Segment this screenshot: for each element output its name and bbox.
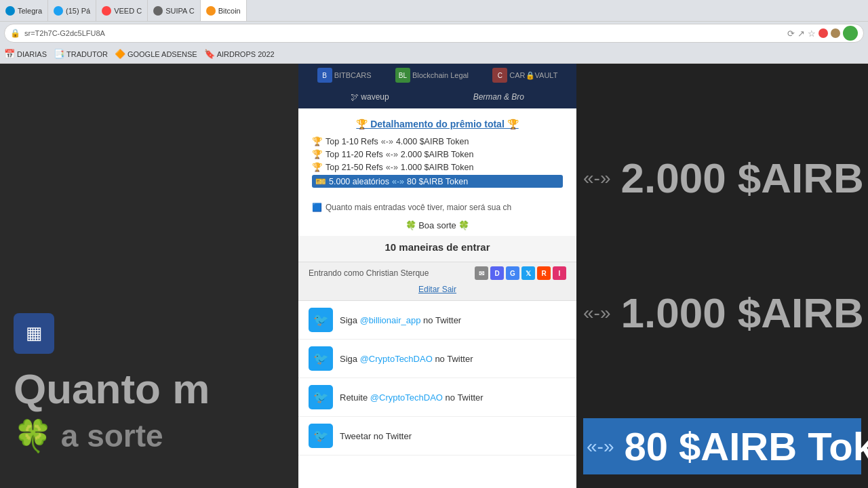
- login-bar: Entrando como Christian Sterque ✉ D G 𝕏 …: [298, 262, 576, 301]
- bookmark-star-icon[interactable]: ☆: [808, 28, 816, 39]
- right-text-2: 2.000 $AIRB Toke: [620, 154, 868, 202]
- address-bar-icons: ⟳ ↗ ☆: [787, 26, 858, 41]
- browser-tabs: Telegra (15) Pá VEED C SUIPA C Bitcoin: [0, 0, 868, 22]
- prize-arrow-2: «-»: [386, 150, 398, 159]
- prize-section: 🏆 Detalhamento do prêmio total 🏆 🏆 Top 1…: [298, 108, 576, 197]
- twitter-bird-icon-1: 🐦: [313, 312, 328, 327]
- tab-veed-label: VEED C: [114, 7, 142, 15]
- twitter-social-icon[interactable]: 𝕏: [521, 266, 535, 280]
- bookmark-airdrops[interactable]: 🔖 AIRDROPS 2022: [204, 49, 275, 59]
- discord-social-icon[interactable]: D: [490, 266, 504, 280]
- prize-amount-1: 4.000 $AIRB Token: [396, 137, 469, 146]
- twitter-link-1[interactable]: @billionair_app: [360, 315, 421, 325]
- bookmark-tradutor[interactable]: 📑 TRADUTOR: [54, 49, 108, 59]
- suipa-icon: [153, 6, 163, 16]
- prize-row-1: 🏆 Top 1-10 Refs «-» 4.000 $AIRB Token: [312, 136, 563, 146]
- twitter-action-4: 🐦 Tweetar no Twitter: [298, 417, 576, 455]
- bookmarks-bar: 📅 DIARIAS 📑 TRADUTOR 🔶 GOOGLE ADSENSE 🔖 …: [0, 45, 868, 64]
- prize-emoji-4: 🎫: [315, 176, 326, 186]
- info-icon: 🟦: [312, 203, 322, 212]
- prize-emoji-2: 🏆: [312, 149, 323, 159]
- tab-twitter[interactable]: (15) Pá: [48, 0, 96, 21]
- tab-suipa[interactable]: SUIPA C: [148, 0, 201, 21]
- prize-emoji-3: 🏆: [312, 162, 323, 172]
- left-sub-text: 🍀 a sorte: [14, 418, 288, 454]
- twitter-btn-2[interactable]: 🐦: [309, 346, 333, 371]
- right-line-3: «-» 1.000 $AIRB Toke: [583, 283, 861, 342]
- entries-section: 10 maneiras de entrar: [298, 236, 576, 262]
- twitter-link-2[interactable]: @CryptoTechDAO: [360, 354, 433, 364]
- waveup-label: 🕊 waveup: [351, 92, 389, 102]
- right-line-4-highlighted: «-» 80 $AIRB Toke: [583, 418, 861, 474]
- tab-veed[interactable]: VEED C: [96, 0, 148, 21]
- right-text-4: 80 $AIRB Toke: [624, 424, 868, 469]
- right-line-2: «-» 2.000 $AIRB Toke: [583, 148, 861, 207]
- twitter-text-3: Retuite @CryptoTechDAO no Twitter: [340, 392, 484, 403]
- secure-icon: 🔒: [10, 28, 20, 38]
- reload-icon[interactable]: ⟳: [787, 28, 795, 39]
- tradutor-icon: 📑: [54, 49, 64, 59]
- prize-amount-2: 2.000 $AIRB Token: [401, 150, 473, 159]
- twitter-btn-1[interactable]: 🐦: [309, 308, 333, 332]
- prize-arrow-3: «-»: [386, 163, 398, 172]
- veed-icon: [102, 6, 111, 16]
- address-url: sr=T2h7C-G2dc5LFU8A: [24, 29, 783, 37]
- airdrops-label: AIRDROPS 2022: [217, 50, 275, 58]
- twitter-action-3: 🐦 Retuite @CryptoTechDAO no Twitter: [298, 378, 576, 417]
- login-user-text: Entrando como Christian Sterque: [309, 268, 429, 278]
- right-panel: «-» 4.000 $AIRB Toke «-» 2.000 $AIRB Tok…: [576, 0, 868, 488]
- twitter-bird-icon-3: 🐦: [313, 390, 328, 405]
- blockchain-label: Blockchain Legal: [412, 71, 469, 79]
- bitcoin-icon: [206, 6, 216, 16]
- info-text-row: 🟦 Quanto mais entradas você tiver, maior…: [298, 197, 576, 218]
- twitter-action-1: 🐦 Siga @billionair_app no Twitter: [298, 301, 576, 340]
- tab-bitcoin[interactable]: Bitcoin: [201, 0, 247, 21]
- twitter-btn-3[interactable]: 🐦: [309, 385, 333, 409]
- twitter-icon: [54, 6, 63, 16]
- twitter-bird-icon-4: 🐦: [313, 428, 328, 443]
- twitter-text-1: Siga @billionair_app no Twitter: [340, 315, 461, 325]
- good-luck-text: 🍀 Boa sorte 🍀: [298, 218, 576, 236]
- berman-label: Berman & Bro: [473, 92, 524, 102]
- prize-range-3: Top 21-50 Refs: [326, 163, 383, 172]
- tradutor-label: TRADUTOR: [66, 50, 108, 58]
- instagram-social-icon[interactable]: I: [553, 266, 566, 280]
- twitter-link-3[interactable]: @CryptoTechDAO: [370, 392, 443, 403]
- prize-range-4: 5.000 aleatórios: [329, 177, 389, 186]
- adsense-label: GOOGLE ADSENSE: [127, 50, 197, 58]
- prize-row-2: 🏆 Top 11-20 Refs «-» 2.000 $AIRB Token: [312, 149, 563, 159]
- right-arrow-2: «-»: [583, 167, 610, 189]
- prize-arrow-1: «-»: [381, 137, 393, 146]
- info-text: Quanto mais entradas você tiver, maior s…: [326, 203, 511, 212]
- left-big-text: Quanto m: [14, 364, 288, 414]
- diarias-label: DIARIAS: [17, 50, 47, 58]
- bookmark-adsense[interactable]: 🔶 GOOGLE ADSENSE: [115, 49, 197, 59]
- right-arrow-3: «-»: [583, 302, 610, 324]
- main-content: B BITBCARS BL Blockchain Legal C CAR🔒VAU…: [298, 62, 576, 488]
- telegram-icon: [5, 6, 15, 16]
- share-icon[interactable]: ↗: [797, 28, 805, 39]
- sponsors-row2: 🕊 waveup Berman & Bro: [298, 88, 576, 108]
- entries-title: 10 maneiras de entrar: [309, 241, 566, 253]
- sponsors-row1: B BITBCARS BL Blockchain Legal C CAR🔒VAU…: [298, 62, 576, 88]
- right-arrow-4: «-»: [587, 436, 614, 458]
- google-social-icon[interactable]: G: [506, 266, 519, 280]
- sponsor-bitbcars: B BITBCARS: [317, 68, 372, 83]
- twitter-btn-4[interactable]: 🐦: [309, 424, 333, 448]
- tab-bitcoin-label: Bitcoin: [218, 7, 241, 15]
- twitter-bird-icon-2: 🐦: [313, 351, 328, 366]
- prize-range-1: Top 1-10 Refs: [326, 137, 378, 146]
- email-social-icon[interactable]: ✉: [475, 266, 488, 280]
- address-bar[interactable]: 🔒 sr=T2h7C-G2dc5LFU8A ⟳ ↗ ☆: [4, 24, 864, 43]
- tab-telegram[interactable]: Telegra: [0, 0, 48, 21]
- social-icons-bar: ✉ D G 𝕏 R I: [475, 266, 566, 280]
- profile-icon-1: [818, 28, 828, 38]
- prize-amount-4: 80 $AIRB Token: [407, 177, 468, 186]
- edit-logout-link[interactable]: Editar Sair: [309, 283, 566, 296]
- twitter-action-2: 🐦 Siga @CryptoTechDAO no Twitter: [298, 340, 576, 378]
- extension-icon: [843, 26, 858, 41]
- bookmark-diarias[interactable]: 📅 DIARIAS: [4, 49, 47, 59]
- reddit-social-icon[interactable]: R: [537, 266, 551, 280]
- prize-emoji-1: 🏆: [312, 136, 323, 146]
- carvault-label: CAR🔒VAULT: [509, 71, 557, 80]
